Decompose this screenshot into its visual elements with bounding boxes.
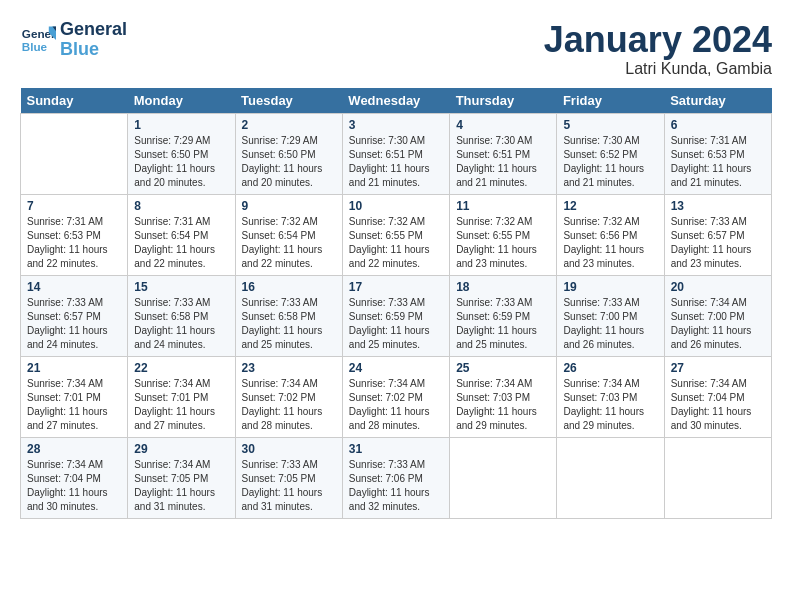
day-info: Sunrise: 7:33 AM Sunset: 6:57 PM Dayligh… xyxy=(671,215,765,271)
calendar-week-row: 21Sunrise: 7:34 AM Sunset: 7:01 PM Dayli… xyxy=(21,356,772,437)
calendar-cell: 27Sunrise: 7:34 AM Sunset: 7:04 PM Dayli… xyxy=(664,356,771,437)
day-info: Sunrise: 7:33 AM Sunset: 6:59 PM Dayligh… xyxy=(456,296,550,352)
day-info: Sunrise: 7:30 AM Sunset: 6:51 PM Dayligh… xyxy=(349,134,443,190)
day-number: 29 xyxy=(134,442,228,456)
day-number: 5 xyxy=(563,118,657,132)
day-number: 24 xyxy=(349,361,443,375)
day-info: Sunrise: 7:32 AM Sunset: 6:54 PM Dayligh… xyxy=(242,215,336,271)
day-info: Sunrise: 7:33 AM Sunset: 6:57 PM Dayligh… xyxy=(27,296,121,352)
weekday-header: Wednesday xyxy=(342,88,449,114)
calendar-cell: 30Sunrise: 7:33 AM Sunset: 7:05 PM Dayli… xyxy=(235,437,342,518)
calendar-cell: 18Sunrise: 7:33 AM Sunset: 6:59 PM Dayli… xyxy=(450,275,557,356)
header: General Blue General Blue January 2024 L… xyxy=(20,20,772,78)
calendar-cell: 4Sunrise: 7:30 AM Sunset: 6:51 PM Daylig… xyxy=(450,113,557,194)
calendar-cell: 14Sunrise: 7:33 AM Sunset: 6:57 PM Dayli… xyxy=(21,275,128,356)
month-title: January 2024 xyxy=(544,20,772,60)
day-info: Sunrise: 7:34 AM Sunset: 7:04 PM Dayligh… xyxy=(27,458,121,514)
day-number: 28 xyxy=(27,442,121,456)
calendar-cell xyxy=(557,437,664,518)
day-number: 6 xyxy=(671,118,765,132)
calendar-cell: 8Sunrise: 7:31 AM Sunset: 6:54 PM Daylig… xyxy=(128,194,235,275)
day-number: 14 xyxy=(27,280,121,294)
day-info: Sunrise: 7:34 AM Sunset: 7:03 PM Dayligh… xyxy=(456,377,550,433)
calendar-cell: 12Sunrise: 7:32 AM Sunset: 6:56 PM Dayli… xyxy=(557,194,664,275)
day-number: 19 xyxy=(563,280,657,294)
day-number: 11 xyxy=(456,199,550,213)
day-number: 31 xyxy=(349,442,443,456)
day-number: 18 xyxy=(456,280,550,294)
calendar-cell: 19Sunrise: 7:33 AM Sunset: 7:00 PM Dayli… xyxy=(557,275,664,356)
calendar-cell: 9Sunrise: 7:32 AM Sunset: 6:54 PM Daylig… xyxy=(235,194,342,275)
calendar-week-row: 7Sunrise: 7:31 AM Sunset: 6:53 PM Daylig… xyxy=(21,194,772,275)
day-info: Sunrise: 7:34 AM Sunset: 7:05 PM Dayligh… xyxy=(134,458,228,514)
day-number: 16 xyxy=(242,280,336,294)
calendar-cell: 6Sunrise: 7:31 AM Sunset: 6:53 PM Daylig… xyxy=(664,113,771,194)
day-info: Sunrise: 7:32 AM Sunset: 6:55 PM Dayligh… xyxy=(349,215,443,271)
day-number: 15 xyxy=(134,280,228,294)
title-block: January 2024 Latri Kunda, Gambia xyxy=(544,20,772,78)
calendar-cell: 7Sunrise: 7:31 AM Sunset: 6:53 PM Daylig… xyxy=(21,194,128,275)
calendar-cell: 25Sunrise: 7:34 AM Sunset: 7:03 PM Dayli… xyxy=(450,356,557,437)
location: Latri Kunda, Gambia xyxy=(544,60,772,78)
calendar-cell: 20Sunrise: 7:34 AM Sunset: 7:00 PM Dayli… xyxy=(664,275,771,356)
weekday-header: Friday xyxy=(557,88,664,114)
day-info: Sunrise: 7:33 AM Sunset: 7:00 PM Dayligh… xyxy=(563,296,657,352)
calendar-cell: 10Sunrise: 7:32 AM Sunset: 6:55 PM Dayli… xyxy=(342,194,449,275)
day-number: 13 xyxy=(671,199,765,213)
day-number: 8 xyxy=(134,199,228,213)
calendar-cell: 23Sunrise: 7:34 AM Sunset: 7:02 PM Dayli… xyxy=(235,356,342,437)
calendar-cell: 2Sunrise: 7:29 AM Sunset: 6:50 PM Daylig… xyxy=(235,113,342,194)
day-number: 26 xyxy=(563,361,657,375)
day-info: Sunrise: 7:29 AM Sunset: 6:50 PM Dayligh… xyxy=(242,134,336,190)
day-number: 3 xyxy=(349,118,443,132)
calendar-cell: 3Sunrise: 7:30 AM Sunset: 6:51 PM Daylig… xyxy=(342,113,449,194)
logo: General Blue General Blue xyxy=(20,20,127,60)
calendar-cell: 22Sunrise: 7:34 AM Sunset: 7:01 PM Dayli… xyxy=(128,356,235,437)
day-info: Sunrise: 7:34 AM Sunset: 7:02 PM Dayligh… xyxy=(349,377,443,433)
logo-line2: Blue xyxy=(60,39,99,59)
calendar-week-row: 14Sunrise: 7:33 AM Sunset: 6:57 PM Dayli… xyxy=(21,275,772,356)
day-info: Sunrise: 7:34 AM Sunset: 7:01 PM Dayligh… xyxy=(27,377,121,433)
logo-text: General Blue xyxy=(60,20,127,60)
weekday-header: Thursday xyxy=(450,88,557,114)
calendar-cell: 17Sunrise: 7:33 AM Sunset: 6:59 PM Dayli… xyxy=(342,275,449,356)
day-number: 12 xyxy=(563,199,657,213)
day-info: Sunrise: 7:32 AM Sunset: 6:55 PM Dayligh… xyxy=(456,215,550,271)
calendar-cell: 13Sunrise: 7:33 AM Sunset: 6:57 PM Dayli… xyxy=(664,194,771,275)
day-number: 30 xyxy=(242,442,336,456)
day-info: Sunrise: 7:31 AM Sunset: 6:53 PM Dayligh… xyxy=(27,215,121,271)
day-info: Sunrise: 7:34 AM Sunset: 7:02 PM Dayligh… xyxy=(242,377,336,433)
day-number: 2 xyxy=(242,118,336,132)
day-number: 27 xyxy=(671,361,765,375)
page: General Blue General Blue January 2024 L… xyxy=(0,0,792,529)
day-number: 21 xyxy=(27,361,121,375)
header-row: SundayMondayTuesdayWednesdayThursdayFrid… xyxy=(21,88,772,114)
day-info: Sunrise: 7:34 AM Sunset: 7:00 PM Dayligh… xyxy=(671,296,765,352)
day-info: Sunrise: 7:33 AM Sunset: 6:59 PM Dayligh… xyxy=(349,296,443,352)
day-info: Sunrise: 7:33 AM Sunset: 6:58 PM Dayligh… xyxy=(242,296,336,352)
svg-text:Blue: Blue xyxy=(22,40,48,53)
calendar-cell: 5Sunrise: 7:30 AM Sunset: 6:52 PM Daylig… xyxy=(557,113,664,194)
weekday-header: Sunday xyxy=(21,88,128,114)
calendar-cell: 31Sunrise: 7:33 AM Sunset: 7:06 PM Dayli… xyxy=(342,437,449,518)
day-info: Sunrise: 7:33 AM Sunset: 6:58 PM Dayligh… xyxy=(134,296,228,352)
day-info: Sunrise: 7:29 AM Sunset: 6:50 PM Dayligh… xyxy=(134,134,228,190)
day-number: 23 xyxy=(242,361,336,375)
calendar-cell: 11Sunrise: 7:32 AM Sunset: 6:55 PM Dayli… xyxy=(450,194,557,275)
day-info: Sunrise: 7:34 AM Sunset: 7:04 PM Dayligh… xyxy=(671,377,765,433)
day-number: 10 xyxy=(349,199,443,213)
day-info: Sunrise: 7:33 AM Sunset: 7:05 PM Dayligh… xyxy=(242,458,336,514)
day-info: Sunrise: 7:32 AM Sunset: 6:56 PM Dayligh… xyxy=(563,215,657,271)
calendar-cell: 1Sunrise: 7:29 AM Sunset: 6:50 PM Daylig… xyxy=(128,113,235,194)
weekday-header: Tuesday xyxy=(235,88,342,114)
day-number: 22 xyxy=(134,361,228,375)
calendar-cell xyxy=(450,437,557,518)
day-info: Sunrise: 7:34 AM Sunset: 7:01 PM Dayligh… xyxy=(134,377,228,433)
calendar-cell: 24Sunrise: 7:34 AM Sunset: 7:02 PM Dayli… xyxy=(342,356,449,437)
weekday-header: Monday xyxy=(128,88,235,114)
day-number: 25 xyxy=(456,361,550,375)
day-info: Sunrise: 7:30 AM Sunset: 6:51 PM Dayligh… xyxy=(456,134,550,190)
day-number: 17 xyxy=(349,280,443,294)
logo-line1: General xyxy=(60,20,127,40)
day-info: Sunrise: 7:33 AM Sunset: 7:06 PM Dayligh… xyxy=(349,458,443,514)
